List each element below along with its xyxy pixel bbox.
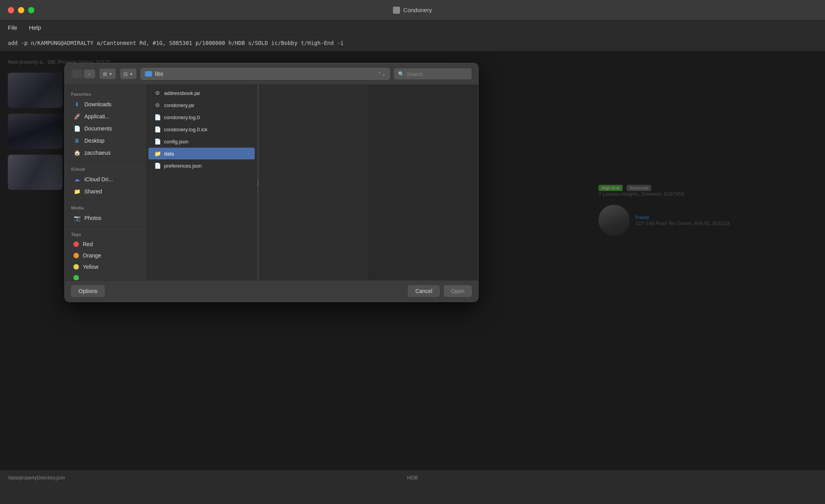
- dialog-footer: Options Cancel Open: [65, 280, 478, 302]
- drag-dot: [257, 184, 259, 186]
- jar-icon-1: ⚙: [154, 89, 161, 97]
- file-name-log0: condonery.log.0: [164, 114, 200, 120]
- sidebar-item-label-photos: Photos: [84, 215, 102, 221]
- close-button[interactable]: [8, 7, 14, 13]
- tag-yellow-dot: [73, 264, 79, 270]
- divider-2: [65, 200, 146, 200]
- tag-green-dot: [73, 275, 79, 280]
- view-chevron-1: ▼: [109, 72, 112, 76]
- sidebar-item-yellow[interactable]: Yellow: [67, 261, 144, 272]
- divider-3: [65, 226, 146, 227]
- file-name-log0lck: condonery.log.0.lck: [164, 127, 207, 132]
- location-text: libs: [155, 71, 375, 77]
- divider-1: [65, 161, 146, 161]
- command-text: add -p n/KAMPUNG@ADMIRALTY a/Cantonment …: [8, 40, 817, 46]
- file-item-log0[interactable]: 📄 condonery.log.0: [148, 111, 255, 123]
- status-left: /data/propertyDirectory.json: [8, 475, 65, 481]
- file-name-addressbook: addressbook.jar: [164, 90, 200, 96]
- back-button[interactable]: ‹: [71, 69, 83, 79]
- commandbar: add -p n/KAMPUNG@ADMIRALTY a/Cantonment …: [0, 35, 825, 51]
- view-icon-2: ⊟: [123, 71, 128, 77]
- options-button[interactable]: Options: [71, 285, 105, 297]
- dialog-toolbar: ‹ › ⊞ ▼ ⊟ ▼ libs ⌃⌄ 🔍 Search: [65, 63, 478, 85]
- sidebar-item-red[interactable]: Red: [67, 239, 144, 250]
- cancel-button[interactable]: Cancel: [408, 285, 440, 297]
- sidebar-item-downloads[interactable]: ⬇ Downloads: [67, 98, 144, 110]
- log-icon-2: 📄: [154, 126, 161, 133]
- file-item-addressbook[interactable]: ⚙ addressbook.jar: [148, 87, 255, 99]
- file-pane-3: [369, 85, 478, 280]
- file-item-data[interactable]: 📁 data ›: [148, 148, 255, 159]
- sidebar-item-label-applications: Applicati...: [84, 113, 110, 120]
- search-bar[interactable]: 🔍 Search: [394, 68, 472, 80]
- file-item-preferences[interactable]: 📄 preferences.json: [148, 160, 255, 172]
- sidebar-item-icloud-drive[interactable]: ☁ iCloud Dri...: [67, 173, 144, 185]
- documents-icon: 📄: [73, 125, 80, 132]
- chevron-right-icon: ›: [248, 151, 249, 156]
- minimize-button[interactable]: [18, 7, 24, 13]
- sidebar-item-photos[interactable]: 📷 Photos: [67, 212, 144, 224]
- file-pane-2: [259, 85, 369, 280]
- location-chevron-icon: ⌃⌄: [378, 71, 386, 77]
- view-chevron-2: ▼: [129, 72, 133, 76]
- sidebar-item-applications[interactable]: 🚀 Applicati...: [67, 111, 144, 122]
- drag-dots-1: [257, 180, 259, 186]
- sidebar-item-label-zacchaeus: zacchaeus: [84, 150, 111, 156]
- dialog-body: Favorites ⬇ Downloads 🚀 Applicati... 📄 D…: [65, 85, 478, 280]
- forward-button[interactable]: ›: [84, 69, 95, 79]
- menu-help[interactable]: Help: [29, 24, 41, 31]
- file-pane-1: ⚙ addressbook.jar ⚙ condonery.jar 📄 cond…: [147, 85, 257, 280]
- file-item-config[interactable]: 📄 config.json: [148, 136, 255, 147]
- maximize-button[interactable]: [28, 7, 34, 13]
- file-item-condonery[interactable]: ⚙ condonery.jar: [148, 99, 255, 111]
- file-item-log0lck[interactable]: 📄 condonery.log.0.lck: [148, 123, 255, 135]
- home-icon: 🏠: [73, 149, 80, 156]
- sidebar-item-label-icloud: iCloud Dri...: [84, 176, 113, 182]
- search-icon: 🔍: [398, 71, 404, 77]
- location-bar[interactable]: libs ⌃⌄: [141, 68, 390, 80]
- nav-buttons: ‹ ›: [71, 69, 95, 79]
- sidebar-item-green[interactable]: [67, 273, 144, 280]
- sidebar-item-label-shared: Shared: [84, 188, 102, 195]
- open-button[interactable]: Open: [444, 285, 472, 297]
- sidebar-item-label-downloads: Downloads: [84, 101, 111, 107]
- file-picker-dialog: ‹ › ⊞ ▼ ⊟ ▼ libs ⌃⌄ 🔍 Search: [64, 63, 479, 302]
- sidebar-section-tags: Tags: [65, 229, 146, 238]
- app-content: New property a... DB; Property Status: S…: [0, 51, 825, 485]
- titlebar: Condonery: [0, 0, 825, 20]
- sidebar-section-icloud: iCloud: [65, 164, 146, 173]
- file-name-preferences: preferences.json: [164, 163, 202, 169]
- sidebar-item-documents[interactable]: 📄 Documents: [67, 123, 144, 134]
- status-center: HDB: [407, 475, 418, 481]
- sidebar-item-zacchaeus[interactable]: 🏠 zacchaeus: [67, 147, 144, 159]
- view-button-1[interactable]: ⊞ ▼: [99, 68, 116, 79]
- statusbar: /data/propertyDirectory.json HDB: [0, 470, 825, 485]
- view-button-2[interactable]: ⊟ ▼: [120, 68, 137, 79]
- file-name-config: config.json: [164, 139, 188, 145]
- applications-icon: 🚀: [73, 113, 80, 120]
- shared-icon: 📁: [73, 188, 80, 195]
- app-title: Condonery: [393, 7, 432, 14]
- file-area: ⚙ addressbook.jar ⚙ condonery.jar 📄 cond…: [147, 85, 478, 280]
- desktop-icon: 🖥: [73, 137, 80, 144]
- sidebar-item-label-desktop: Desktop: [84, 138, 104, 144]
- menu-file[interactable]: File: [8, 24, 17, 31]
- photos-icon: 📷: [73, 214, 80, 222]
- sidebar-item-label-orange: Orange: [83, 252, 101, 259]
- tag-red-dot: [73, 241, 79, 247]
- sidebar-item-label-yellow: Yellow: [83, 264, 98, 270]
- tag-orange-dot: [73, 253, 79, 258]
- json-icon-2: 📄: [154, 162, 161, 169]
- sidebar-item-desktop[interactable]: 🖥 Desktop: [67, 135, 144, 147]
- location-folder-icon: [145, 71, 152, 77]
- icloud-icon: ☁: [73, 176, 80, 183]
- search-placeholder: Search: [407, 71, 423, 77]
- sidebar-item-shared[interactable]: 📁 Shared: [67, 186, 144, 197]
- view-icon-1: ⊞: [103, 71, 107, 77]
- sidebar: Favorites ⬇ Downloads 🚀 Applicati... 📄 D…: [65, 85, 147, 280]
- sidebar-section-media: Media: [65, 202, 146, 212]
- drag-dot: [257, 180, 259, 181]
- sidebar-item-orange[interactable]: Orange: [67, 250, 144, 261]
- jar-icon-2: ⚙: [154, 102, 161, 109]
- drag-dot: [257, 182, 259, 183]
